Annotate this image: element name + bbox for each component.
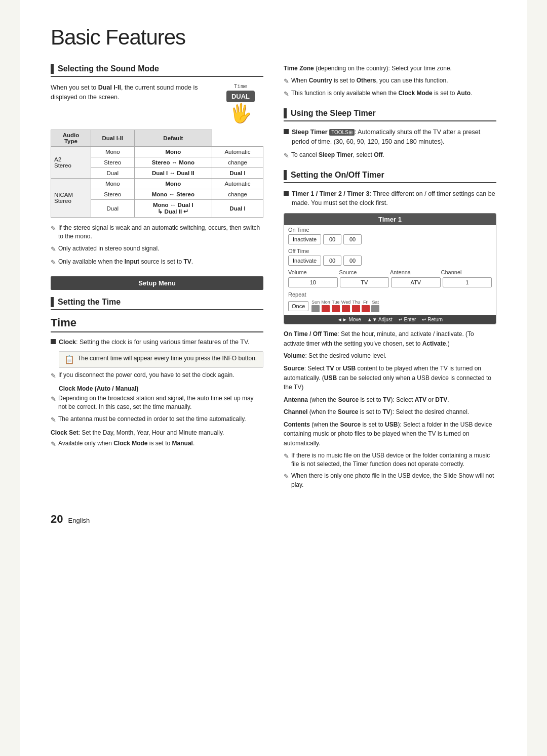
off-time-cell: Inactivate: [288, 256, 321, 266]
clock-mode-label: Clock Mode (Auto / Manual): [59, 385, 263, 392]
bullet-square-2: [284, 129, 289, 134]
nicam-mono-default: Automatic: [212, 179, 263, 189]
nicam-stereo-type: Stereo: [91, 189, 134, 200]
day-fri: Fri: [363, 300, 369, 305]
table-row: A2Stereo Mono Mono Automatic: [51, 147, 263, 157]
page-language: English: [68, 517, 90, 524]
day-mon: Mon: [321, 300, 330, 305]
note-text-4: If you disconnect the power cord, you ha…: [58, 371, 235, 380]
timer-note2: ✎ When there is only one photo file in t…: [284, 472, 496, 489]
nav-move: ◄► Move: [337, 317, 361, 322]
info-box-clock: 📋 The current time will appear every tim…: [59, 351, 263, 368]
timezone-note2: ✎ This function is only available when t…: [284, 89, 496, 99]
onoff-timer-header: Setting the On/Off Timer: [284, 170, 496, 183]
note-broadcast: ✎ Depending on the broadcast station and…: [51, 394, 263, 412]
note-icon-5: ✎: [51, 395, 56, 404]
day-sq-tue: [332, 305, 340, 312]
day-sq-sat: [371, 305, 379, 312]
day-tue: Tue: [332, 300, 339, 305]
nicam-mono-type: Mono: [91, 179, 134, 189]
setting-time-title: Setting the Time: [58, 298, 121, 307]
off-time-label: Off Time: [284, 246, 496, 255]
nicam-dual-default: Dual I: [212, 200, 263, 218]
time-title: Time: [51, 316, 263, 332]
nicam-stereo-dual: Mono ↔ Stereo: [134, 189, 212, 200]
day-sq-sun: [311, 305, 320, 312]
page-container: Basic Features Selecting the Sound Mode …: [20, 0, 527, 756]
nav-return: ↩ Return: [422, 317, 443, 322]
day-sun: Sun: [311, 300, 320, 305]
nicam-dual-dual: Mono ↔ Dual I↳ Dual II ↵: [134, 200, 212, 218]
note-icon-7: ✎: [51, 440, 56, 449]
note-text-7: Available only when Clock Mode is set to…: [58, 439, 194, 448]
note-icon-t1: ✎: [284, 452, 289, 461]
col-default: Default: [134, 130, 212, 147]
note-icon-st: ✎: [284, 151, 289, 161]
repeat-val: Once: [288, 301, 308, 311]
antenna-label: Antenna: [390, 269, 441, 275]
volume-val: 10: [288, 277, 338, 287]
clock-set-text: Clock Set: Set the Day, Month, Year, Hou…: [51, 428, 263, 437]
note-text-5: Depending on the broadcast station and s…: [58, 394, 263, 412]
sound-mode-title: Selecting the Sound Mode: [58, 64, 159, 73]
channel-val: 1: [443, 277, 492, 287]
day-sat: Sat: [372, 300, 379, 305]
desc-source: Source: Select TV or USB content to be p…: [284, 364, 496, 392]
timezone-note1: ✎ When Country is set to Others, you can…: [284, 76, 496, 87]
nav-adjust: ▲▼ Adjust: [367, 317, 393, 322]
note-icon-1: ✎: [51, 224, 56, 234]
note-icon-4: ✎: [51, 371, 56, 381]
a2-stereo-label: A2Stereo: [51, 147, 91, 179]
note-icon-2: ✎: [51, 245, 56, 255]
nicam-stereo-default: change: [212, 189, 263, 200]
page-title: Basic Features: [51, 25, 496, 50]
bullet-square: [51, 339, 56, 344]
clock-bullet-item: Clock: Setting the clock is for using va…: [51, 338, 263, 347]
timer-box-title: Timer 1: [284, 214, 496, 225]
section-bar: [51, 64, 54, 74]
a2-dual-type: Dual: [91, 168, 134, 179]
a2-mono-type: Mono: [91, 147, 134, 157]
section-bar-3: [284, 108, 287, 118]
clock-bold: Clock: [59, 339, 76, 346]
left-column: Selecting the Sound Mode When you set to…: [51, 64, 263, 492]
on-time-label: On Time: [284, 225, 496, 233]
sleep-timer-text: Sleep Timer TOOLS⊞: Automatically shuts …: [292, 128, 496, 147]
antenna-val: ATV: [391, 277, 441, 287]
day-sq-mon: [322, 305, 330, 312]
sleep-timer-bullet: Sleep Timer TOOLS⊞: Automatically shuts …: [284, 128, 496, 147]
a2-mono-default: Automatic: [212, 147, 263, 157]
nicam-mono-dual: Mono: [134, 179, 212, 189]
dual-intro-text: When you set to Dual I-II, the current s…: [51, 83, 208, 102]
day-wed: Wed: [341, 300, 350, 305]
a2-dual-default: Dual I: [212, 168, 263, 179]
hand-icon: 🖐: [229, 104, 252, 122]
sleep-timer-note-text: To cancel Sleep Timer, select Off.: [291, 151, 384, 159]
timer-bullet: Timer 1 / Timer 2 / Timer 3: Three diffe…: [284, 189, 496, 208]
on-time-cell: Inactivate: [288, 234, 321, 244]
volume-label: Volume: [288, 269, 339, 275]
page-number-area: 20 English: [51, 513, 496, 526]
note-icon-tz2: ✎: [284, 90, 289, 99]
a2-stereo-dual: Stereo ↔ Mono: [134, 157, 212, 168]
note-manual: ✎ Available only when Clock Mode is set …: [51, 439, 263, 449]
note-icon-3: ✎: [51, 258, 56, 268]
info-icon: 📋: [64, 355, 74, 364]
note-antenna: ✎ The antenna must be connected in order…: [51, 415, 263, 425]
note-stereo-weak: ✎ If the stereo signal is weak and an au…: [51, 224, 263, 241]
desc-antenna: Antenna (when the Source is set to TV): …: [284, 395, 496, 405]
col-audio-type: AudioType: [51, 130, 91, 147]
nicam-label: NICAMStereo: [51, 179, 91, 218]
timezone-text: Time Zone (depending on the country): Se…: [284, 64, 496, 73]
nicam-dual-type: Dual: [91, 200, 134, 218]
sleep-timer-title: Using the Sleep Timer: [291, 109, 376, 118]
timer-box: Timer 1 On Time Inactivate 00 00 Off Tim…: [284, 213, 496, 324]
note-text-6: The antenna must be connected in order t…: [58, 415, 246, 424]
a2-mono-dual: Mono: [134, 147, 212, 157]
desc-on-off: On Time / Off Time: Set the hour, minute…: [284, 329, 496, 348]
note-text-3: Only available when the Input source is …: [58, 258, 193, 266]
setup-menu-bar: Setup Menu: [51, 276, 263, 290]
desc-contents: Contents (when the Source is set to USB)…: [284, 420, 496, 448]
tz-note1-text: When Country is set to Others, you can u…: [291, 76, 448, 85]
timer-note1-text: If there is no music file on the USB dev…: [291, 451, 496, 469]
